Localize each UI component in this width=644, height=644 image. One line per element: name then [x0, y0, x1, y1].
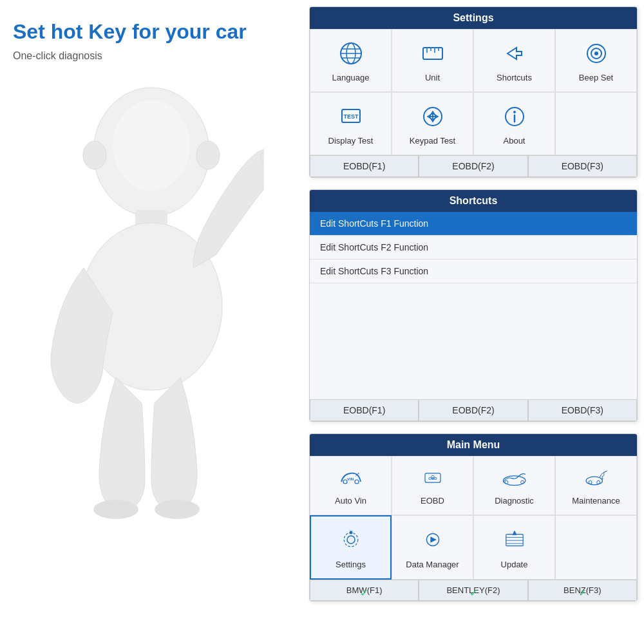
test-icon: TEST	[339, 104, 363, 132]
robot-figure	[29, 75, 274, 526]
unit-label: Unit	[425, 73, 440, 82]
svg-point-39	[504, 480, 507, 484]
shortcut-f2[interactable]: Edit ShortCuts F2 Function	[310, 236, 637, 260]
ruler-icon	[421, 41, 445, 69]
svg-marker-54	[512, 531, 516, 535]
about-label: About	[504, 136, 526, 146]
svg-text:TEST: TEST	[343, 113, 359, 120]
svg-point-21	[594, 52, 598, 55]
language-label: Language	[332, 73, 370, 82]
settings-empty-cell	[555, 92, 637, 155]
settings-grid-row2: TEST Display Test Keypad Test	[310, 92, 637, 155]
main-menu-panel: Main Menu VIN Auto Vin	[309, 433, 638, 601]
shortcuts-label: Shortcuts	[497, 73, 532, 82]
svg-point-42	[588, 480, 591, 484]
main-title: Set hot Key for your car	[13, 19, 290, 44]
settings-header: Settings	[310, 7, 637, 29]
robot-svg	[39, 81, 264, 519]
autovin-label: Auto Vin	[335, 496, 366, 506]
shortcuts-f2[interactable]: EOBD(F2)	[419, 399, 527, 421]
svg-point-7	[155, 500, 200, 519]
menu-data-manager[interactable]: Data Manager	[392, 515, 473, 580]
update-icon	[503, 528, 526, 556]
menu-autovin[interactable]: VIN Auto Vin	[310, 456, 392, 515]
update-label: Update	[501, 560, 528, 569]
settings-f2[interactable]: EOBD(F2)	[419, 155, 527, 177]
shortcuts-panel: Shortcuts Edit ShortCuts F1 Function Edi…	[309, 189, 638, 422]
settings-display-test[interactable]: TEST Display Test	[310, 92, 392, 155]
settings-unit[interactable]: Unit	[392, 29, 473, 92]
settings-shortcuts[interactable]: Shortcuts	[473, 29, 555, 92]
svg-point-2	[196, 141, 220, 169]
beep-label: Beep Set	[579, 73, 614, 82]
f3-checkmark: ✓	[578, 587, 587, 599]
menu-settings[interactable]: Settings	[310, 515, 392, 580]
svg-point-45	[347, 536, 355, 544]
main-menu-empty	[555, 515, 637, 580]
info-icon	[502, 104, 527, 132]
settings-about[interactable]: About	[473, 92, 555, 155]
f1-checkmark: ✓	[360, 587, 368, 599]
beep-icon	[584, 41, 609, 69]
menu-f3[interactable]: BENZ(F3) ✓	[528, 580, 637, 601]
settings-grid-row1: Language Unit	[310, 29, 637, 92]
shortcuts-empty-area	[310, 283, 637, 399]
settings-panel: Settings Language	[309, 6, 638, 178]
f2-checkmark: ✓	[469, 587, 478, 599]
main-menu-header: Main Menu	[310, 434, 637, 456]
subtitle: One-click diagnosis	[13, 50, 290, 62]
svg-marker-49	[430, 536, 437, 543]
globe-icon	[339, 41, 363, 69]
menu-update[interactable]: Update	[473, 515, 555, 580]
menu-diagnostic[interactable]: Diagnostic	[473, 456, 555, 515]
settings-f3[interactable]: EOBD(F3)	[528, 155, 637, 177]
datamanager-icon	[421, 528, 444, 556]
svg-point-31	[513, 111, 516, 113]
svg-rect-50	[506, 535, 522, 546]
right-panel: Settings Language	[309, 6, 638, 601]
settings-menu-label: Settings	[336, 560, 366, 569]
shortcuts-icon	[502, 41, 527, 69]
menu-eobd[interactable]: OBD EOBD	[392, 456, 473, 515]
svg-text:VIN: VIN	[347, 477, 354, 481]
svg-rect-14	[423, 48, 442, 59]
shortcut-f1[interactable]: Edit ShortCuts F1 Function	[310, 212, 637, 236]
shortcuts-f1[interactable]: EOBD(F1)	[310, 399, 419, 421]
shortcuts-list: Edit ShortCuts F1 Function Edit ShortCut…	[310, 212, 637, 283]
eobd-label: EOBD	[421, 496, 444, 506]
settings-footer: EOBD(F1) EOBD(F2) EOBD(F3)	[310, 155, 637, 177]
svg-point-47	[349, 531, 352, 535]
shortcut-f3[interactable]: Edit ShortCuts F3 Function	[310, 260, 637, 283]
svg-point-33	[355, 480, 359, 484]
menu-f1[interactable]: BMW(F1) ✓	[310, 580, 419, 601]
shortcuts-footer: EOBD(F1) EOBD(F2) EOBD(F3)	[310, 399, 637, 421]
settings-keypad-test[interactable]: Keypad Test	[392, 92, 473, 155]
svg-point-32	[343, 480, 347, 484]
keypad-test-label: Keypad Test	[410, 136, 455, 146]
svg-point-8	[113, 100, 190, 191]
svg-point-46	[344, 533, 358, 547]
menu-f2[interactable]: BENTLEY(F2) ✓	[419, 580, 527, 601]
main-menu-row2: Settings Data Manager	[310, 515, 637, 580]
svg-point-40	[520, 480, 524, 484]
eobd-icon: OBD	[421, 468, 444, 492]
diagnostic-icon	[502, 468, 527, 492]
display-test-label: Display Test	[328, 136, 374, 146]
menu-maintenance[interactable]: Maintenance	[555, 456, 637, 515]
maintenance-label: Maintenance	[572, 496, 620, 506]
shortcuts-header: Shortcuts	[310, 190, 637, 212]
settings-beep[interactable]: Beep Set	[555, 29, 637, 92]
keypad-icon	[421, 104, 445, 132]
autovin-icon: VIN	[339, 468, 363, 492]
settings-language[interactable]: Language	[310, 29, 392, 92]
svg-point-1	[83, 141, 106, 169]
maintenance-icon	[584, 468, 609, 492]
settings-f1[interactable]: EOBD(F1)	[310, 155, 419, 177]
diagnostic-label: Diagnostic	[495, 496, 534, 506]
shortcuts-f3[interactable]: EOBD(F3)	[528, 399, 637, 421]
data-manager-label: Data Manager	[406, 560, 459, 569]
left-panel: Set hot Key for your car One-click diagn…	[0, 0, 303, 644]
svg-line-44	[603, 471, 607, 473]
settings-menu-icon	[339, 528, 363, 556]
svg-point-6	[93, 500, 138, 519]
